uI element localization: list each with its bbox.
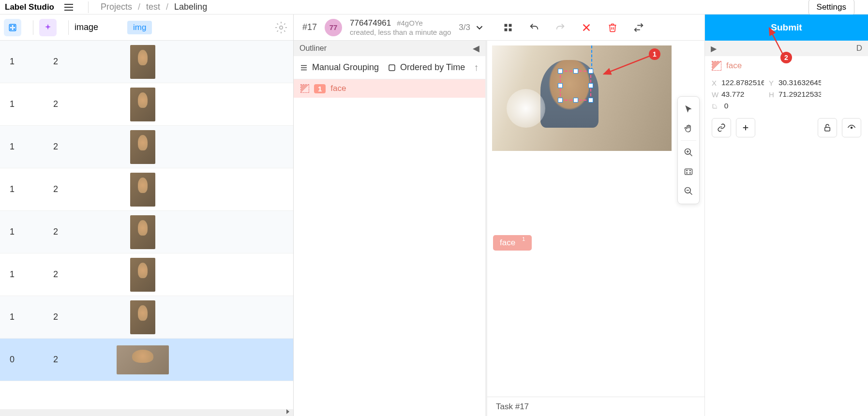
hand-tool-icon[interactable] [678,119,699,138]
svg-line-26 [690,193,692,195]
svg-point-24 [690,173,691,174]
filter-sparkle-icon[interactable] [39,19,57,36]
rightpanel-header: ▶ D [705,41,868,56]
breadcrumb-separator: / [166,2,168,12]
breadcrumb-labeling[interactable]: Labeling [174,2,207,12]
svg-point-2 [14,25,15,26]
coord-x-value[interactable]: 122.8782516 [721,78,764,87]
task-row[interactable]: 12 [0,296,293,339]
details-tab[interactable]: D [856,44,862,53]
coord-w-label: W [712,90,721,99]
task-row[interactable]: 12 [0,211,293,253]
svg-point-1 [11,25,12,26]
region-type-icon [300,84,309,93]
svg-point-3 [11,29,12,30]
row-thumbnail [106,45,179,79]
bbox-handle[interactable] [558,69,563,74]
row-predictions-count: 2 [53,227,106,237]
chevron-down-icon[interactable] [474,22,485,33]
close-icon[interactable] [581,22,592,33]
coord-y-label: Y [769,79,778,87]
gear-icon[interactable] [275,21,287,34]
zoom-fit-icon[interactable] [678,162,699,181]
outliner-region-row[interactable]: 1 face [294,79,485,98]
zoom-in-icon[interactable] [678,143,699,162]
ordering-selector[interactable]: Ordered by Time [388,62,465,73]
bbox-handle[interactable] [573,69,578,74]
tasklist-col-image[interactable]: image [75,22,98,32]
grouping-selector[interactable]: Manual Grouping [299,62,379,73]
row-predictions-count: 2 [53,142,106,152]
coord-x-label: X [712,79,721,87]
annotation-hash: #4gOYe [397,19,423,27]
svg-rect-20 [685,169,692,175]
submit-button[interactable]: Submit [705,15,868,41]
tasklist-col-img-tag[interactable]: img [127,21,152,34]
center-body: Outliner ◀ Manual Grouping Ordered by Ti… [294,41,704,416]
outliner-title: Outliner [299,44,327,53]
label-pill-text: face [500,238,515,248]
zoom-out-icon[interactable] [678,181,699,201]
grid-view-icon[interactable] [502,22,514,33]
coord-y-value[interactable]: 30.31632645 [778,78,821,87]
task-row[interactable]: 12 [0,168,293,211]
sort-arrow-up-icon[interactable]: ↑ [474,62,479,73]
horizontal-scrollbar[interactable] [0,409,293,416]
row-annotations-count: 0 [10,355,53,365]
task-row[interactable]: 12 [0,126,293,168]
bounding-box[interactable] [560,71,591,101]
breadcrumb-test[interactable]: test [146,2,160,12]
svg-rect-15 [389,65,395,71]
bbox-handle[interactable] [558,98,563,103]
bbox-handle[interactable] [588,83,593,88]
task-row[interactable]: 12 [0,83,293,126]
settings-button[interactable]: Settings [808,0,854,15]
lock-icon[interactable] [818,118,837,137]
bbox-handle[interactable] [588,69,593,74]
svg-rect-7 [509,24,512,27]
bbox-handle[interactable] [588,98,593,103]
undo-icon[interactable] [528,22,540,33]
coord-h-label: H [769,90,778,99]
center-topbar: #17 77 776474961 #4gOYe created, less th… [294,15,704,41]
row-annotations-count: 1 [10,57,53,67]
svg-point-23 [687,173,688,174]
redo-icon[interactable] [554,22,566,33]
swap-icon[interactable] [633,22,644,33]
label-pill-face[interactable]: face 1 [493,235,532,251]
outliner-controls: Manual Grouping Ordered by Time ↑ [294,56,485,79]
expand-right-icon[interactable]: ▶ [711,44,717,53]
task-row[interactable]: 12 [0,253,293,296]
visibility-icon[interactable] [842,118,861,137]
canvas-image[interactable] [492,45,672,151]
pointer-tool-icon[interactable] [678,100,699,119]
outliner-header: Outliner ◀ [294,41,485,56]
coord-rot-value[interactable]: 0 [724,102,766,110]
trash-icon[interactable] [607,22,618,33]
svg-rect-9 [509,28,512,31]
task-row[interactable]: 12 [0,41,293,83]
breadcrumb-projects[interactable]: Projects [101,2,132,12]
collapse-left-icon[interactable]: ◀ [473,43,479,54]
task-row[interactable]: 02 [0,339,293,381]
canvas-toolbar [677,96,700,204]
selected-region-label: face [705,56,868,75]
region-type-icon [712,61,721,71]
breadcrumb-separator: / [138,2,140,12]
annotation-number: 776474961 [350,18,391,28]
svg-rect-6 [504,24,507,27]
link-icon[interactable] [712,118,731,137]
hamburger-menu[interactable] [61,0,76,15]
filter-regions-icon[interactable] [4,19,21,36]
main-layout: image img 1212121212121202 #17 77 776474… [0,15,868,416]
plus-icon[interactable] [736,118,755,137]
coord-w-value[interactable]: 43.772 [721,90,764,99]
right-panel: Submit ▶ D face X122.8782516 Y30.3163264… [704,15,868,416]
row-thumbnail [106,130,179,164]
user-avatar[interactable]: 77 [325,19,342,36]
coord-h-value[interactable]: 71.29212533 [778,90,821,99]
guide-line [591,45,592,71]
region-label: face [330,84,346,93]
bbox-handle[interactable] [558,83,563,88]
bbox-handle[interactable] [573,98,578,103]
